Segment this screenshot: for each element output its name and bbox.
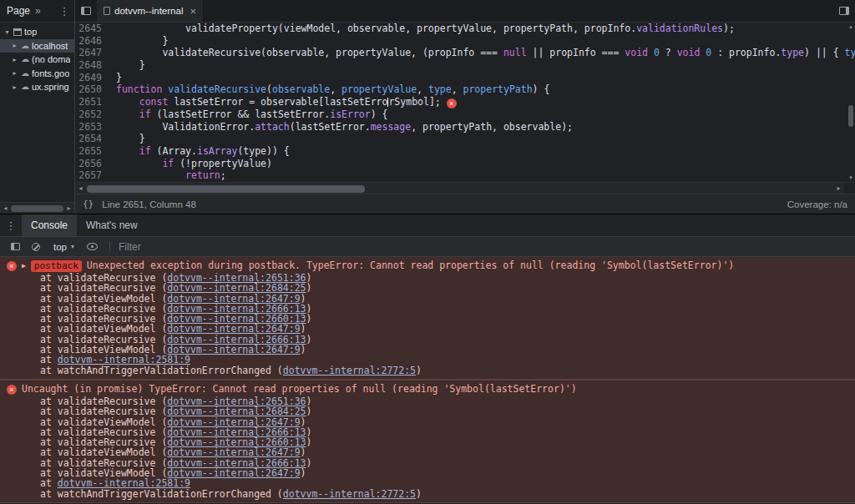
line-number[interactable]: 2655 [75, 145, 105, 158]
more-tabs-icon[interactable]: » [35, 5, 41, 17]
console-toolbar: top ▾ [0, 237, 855, 257]
line-number[interactable]: 2653 [75, 121, 105, 134]
scroll-right-icon[interactable]: ▸ [63, 204, 74, 212]
file-tree: ▾top▸☁localhost▸☁(no doma▸☁fonts.goo▸☁ux… [0, 23, 74, 202]
code-line-2651: 2651 const lastSetError = observable[las… [75, 96, 855, 108]
code-area[interactable]: 2645 validateProperty(viewModel, observa… [75, 23, 855, 182]
navigator-hscrollbar[interactable]: ◂ ▸ [0, 202, 74, 214]
tree-item-label: fonts.goo [32, 68, 69, 78]
scroll-down-icon[interactable]: ▾ [847, 174, 855, 181]
chevron-right-icon[interactable]: ▸ [11, 56, 18, 63]
editor-hscrollbar[interactable]: ◂ ▸ [75, 182, 855, 194]
editor-vscrollbar[interactable]: ▴ ▾ [847, 23, 855, 181]
debugger-sidebar-toggle-icon[interactable] [833, 0, 855, 22]
code-line-2647: 2647 validateRecursive(observable, prope… [75, 47, 855, 59]
tree-item-top[interactable]: ▾top [0, 25, 74, 39]
scrollbar-thumb[interactable] [87, 185, 365, 193]
tree-item-label: (no doma [32, 54, 70, 64]
line-number[interactable]: 2645 [75, 23, 105, 35]
tree-item-label: localhost [32, 41, 68, 51]
console-error-1: ×▶postbackUnexpected exception during po… [0, 257, 855, 380]
scrollbar-corner [844, 183, 855, 194]
code-line-2650: 2650function validateRecursive(observabl… [75, 83, 855, 96]
error-message: Unexpected exception during postback. Ty… [87, 260, 848, 272]
devtools-window: Page » ⋮ ▾top▸☁localhost▸☁(no doma▸☁font… [0, 0, 855, 504]
context-label: top [53, 242, 67, 252]
error-message: Uncaught (in promise) TypeError: Cannot … [22, 383, 848, 396]
line-number[interactable]: 2654 [75, 133, 105, 145]
code-line-2645: 2645 validateProperty(viewModel, observa… [75, 23, 855, 35]
tree-item--no-doma[interactable]: ▸☁(no doma [0, 53, 74, 67]
code-line-2652: 2652 if (lastSetError && lastSetError.is… [75, 108, 855, 121]
scrollbar-thumb[interactable] [848, 105, 853, 127]
console-badge: postback [31, 260, 82, 272]
filter-input[interactable] [119, 241, 386, 253]
scroll-right-icon[interactable]: ▸ [833, 184, 844, 192]
code-line-2657: 2657 return; [75, 169, 855, 182]
chevron-right-icon[interactable]: ▸ [11, 83, 18, 91]
chevron-down-icon: ▾ [71, 243, 74, 250]
navigator-toggle-icon[interactable] [75, 0, 97, 22]
navigator-sidebar: Page » ⋮ ▾top▸☁localhost▸☁(no doma▸☁font… [0, 0, 75, 214]
cursor-position: Line 2651, Column 48 [102, 199, 196, 209]
line-number[interactable]: 2646 [75, 35, 105, 48]
context-selector[interactable]: top ▾ [48, 242, 80, 252]
line-number[interactable]: 2648 [75, 59, 105, 72]
drawer-tabbar: ⋮ Console What's new [0, 214, 855, 237]
navigator-tab-page[interactable]: Page [7, 5, 30, 17]
source-link[interactable]: dotvvm--internal:2772:5 [283, 488, 416, 500]
scroll-up-icon[interactable]: ▴ [847, 23, 855, 30]
drawer-menu-icon[interactable]: ⋮ [0, 219, 22, 232]
console-drawer: ⋮ Console What's new top ▾ ×▶postbackUne… [0, 214, 855, 504]
cloud-icon: ☁ [21, 42, 29, 50]
pretty-print-icon[interactable]: {} [83, 199, 94, 209]
tree-item-label: ux.spring [32, 82, 69, 92]
code-line-2646: 2646 } [75, 35, 855, 48]
close-tab-icon[interactable]: × [190, 5, 196, 18]
code-line-2655: 2655 if (Array.isArray(type)) { [75, 145, 855, 158]
code-line-2654: 2654 } [75, 133, 855, 145]
inline-error-icon[interactable]: × [447, 98, 457, 108]
coverage-status: Coverage: n/a [787, 199, 847, 209]
tab-dotvvm-internal[interactable]: dotvvm--internal × [97, 0, 204, 22]
tree-item-ux-spring[interactable]: ▸☁ux.spring [0, 80, 74, 94]
tree-item-fonts-goo[interactable]: ▸☁fonts.goo [0, 67, 74, 81]
tree-item-label: top [24, 27, 37, 37]
cloud-icon: ☁ [21, 55, 29, 63]
line-number[interactable]: 2652 [75, 108, 105, 121]
line-number[interactable]: 2649 [75, 72, 105, 84]
line-number[interactable]: 2651 [75, 96, 105, 108]
toolbar-divider [109, 241, 110, 252]
sources-panel: Page » ⋮ ▾top▸☁localhost▸☁(no doma▸☁font… [0, 0, 855, 214]
code-line-2653: 2653 ValidationError.attach(lastSetError… [75, 121, 855, 134]
line-number[interactable]: 2656 [75, 158, 105, 170]
live-expression-eye-icon[interactable] [83, 237, 101, 256]
frame-icon [13, 28, 22, 36]
code-line-2649: 2649} [75, 72, 855, 84]
tab-whats-new[interactable]: What's new [77, 214, 147, 236]
scroll-left-icon[interactable]: ◂ [0, 204, 11, 212]
line-number[interactable]: 2650 [75, 83, 105, 96]
code-line-2648: 2648 } [75, 59, 855, 72]
tab-console[interactable]: Console [22, 214, 77, 236]
chevron-down-icon[interactable]: ▾ [3, 28, 11, 36]
expand-triangle-icon[interactable]: ▶ [22, 260, 26, 272]
error-icon: × [7, 385, 17, 395]
editor-statusbar: {} Line 2651, Column 48 Coverage: n/a [75, 194, 855, 214]
tab-title: dotvvm--internal [114, 6, 183, 16]
clear-console-icon[interactable] [27, 237, 45, 256]
file-icon [104, 7, 110, 15]
source-link[interactable]: dotvvm--internal:2772:5 [283, 365, 416, 376]
scroll-left-icon[interactable]: ◂ [75, 184, 86, 192]
scrollbar-thumb[interactable] [11, 205, 63, 212]
editor-pane: dotvvm--internal × 2645 validateProperty… [75, 0, 855, 214]
chevron-right-icon[interactable]: ▸ [11, 69, 18, 77]
chevron-right-icon[interactable]: ▸ [11, 42, 18, 49]
tree-item-localhost[interactable]: ▸☁localhost [0, 39, 74, 53]
navigator-header: Page » ⋮ [0, 0, 74, 23]
code-line-2656: 2656 if (!propertyValue) [75, 158, 855, 170]
overflow-menu-icon[interactable]: ⋮ [58, 5, 71, 18]
line-number[interactable]: 2647 [75, 47, 105, 59]
console-sidebar-toggle-icon[interactable] [6, 237, 24, 256]
line-number[interactable]: 2657 [75, 169, 105, 182]
